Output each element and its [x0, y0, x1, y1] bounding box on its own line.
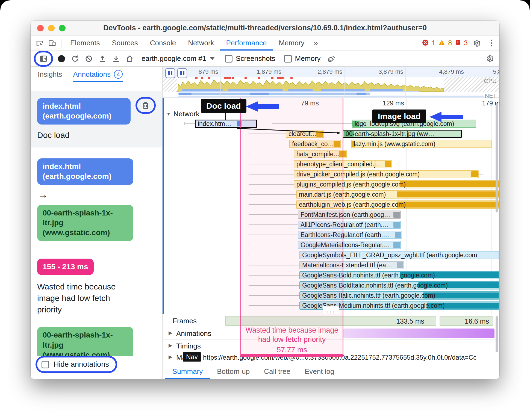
- tracks-scrollbar[interactable]: [496, 315, 498, 357]
- request-label: hats_compile…: [296, 150, 340, 158]
- animations-track[interactable]: ▶ Animations: [163, 327, 499, 340]
- upload-profile-icon[interactable]: [96, 52, 109, 65]
- toggle-sidebar-icon[interactable]: [37, 52, 50, 65]
- frame-bar[interactable]: 133.5 ms: [225, 316, 436, 326]
- window-title: DevTools - earth.google.com/static/multi…: [103, 24, 427, 32]
- status-badges: 1 8 3: [422, 36, 497, 51]
- network-request-bar[interactable]: GoogleMaterialIcons-Regular.…: [298, 241, 401, 249]
- bottom-tab-summary[interactable]: Summary: [165, 364, 210, 379]
- expand-triangle-icon[interactable]: ▶: [169, 330, 172, 336]
- annotation-entry-doc-load[interactable]: index.html (earth.google.com) Doc load: [31, 91, 162, 147]
- annotation-pill-splash-image[interactable]: 00-earth-splash-1x-ltr.jpg (www.gstatic.…: [37, 327, 133, 356]
- garbage-collect-icon[interactable]: [325, 52, 338, 65]
- warning-icon[interactable]: [438, 39, 445, 47]
- bottom-tab-bottom-up[interactable]: Bottom-up: [210, 364, 257, 379]
- bottom-tab-strip: SummaryBottom-upCall treeEvent log: [163, 364, 499, 379]
- frames-track[interactable]: Frames 133.5 ms16.6 ms: [163, 315, 499, 327]
- annotation-entry-image-load[interactable]: 00-earth-splash-1x-ltr.jpg (www.gstatic.…: [37, 327, 156, 356]
- delete-annotation-button[interactable]: [140, 100, 151, 111]
- network-request-bar[interactable]: 00-earth-splash-1x-ltr.jpg (ww…: [343, 130, 462, 138]
- network-request-bar[interactable]: drive_picker_compiled.js (earth.google.c…: [294, 170, 479, 178]
- window-titlebar[interactable]: DevTools - earth.google.com/static/multi…: [31, 21, 499, 36]
- network-request-bar[interactable]: phenotype_client_compiled.j…: [294, 160, 392, 168]
- tab-console[interactable]: Console: [144, 36, 182, 51]
- minimize-window-icon[interactable]: [48, 25, 55, 31]
- network-request-bar[interactable]: lazy.min.js (www.gstatic.com): [351, 140, 492, 148]
- tab-sources[interactable]: Sources: [106, 36, 144, 51]
- memory-checkbox[interactable]: [284, 55, 292, 63]
- tab-elements[interactable]: Elements: [64, 36, 106, 51]
- frame-bar[interactable]: 16.6 ms: [440, 316, 493, 326]
- scrollbar-thumb[interactable]: [496, 103, 498, 212]
- network-request-bar[interactable]: earthplugin_web.js (earth.google.com): [296, 200, 499, 209]
- inspect-icon[interactable]: [33, 37, 46, 49]
- home-icon[interactable]: [123, 52, 136, 65]
- network-request-bar[interactable]: clearcut…: [286, 130, 324, 138]
- timings-track[interactable]: ▶ Timings: [163, 340, 499, 351]
- scrollbar-thumb[interactable]: [496, 316, 498, 352]
- network-request-bar[interactable]: main.dart.js (earth.google.com): [296, 190, 499, 199]
- error-count: 1: [432, 39, 435, 47]
- tab-memory[interactable]: Memory: [273, 36, 310, 51]
- network-request-bar[interactable]: index.htm…: [195, 120, 257, 128]
- screenshots-checkbox[interactable]: [225, 55, 232, 63]
- doc-load-annotation-label[interactable]: Doc load: [201, 99, 246, 113]
- memory-toggle[interactable]: Memory: [284, 54, 321, 63]
- settings-gear-icon[interactable]: [470, 37, 483, 49]
- image-load-annotation-label[interactable]: Image load: [372, 110, 426, 123]
- waterfall-overflow-indicator[interactable]: ...: [323, 306, 339, 313]
- bottom-tab-event-log[interactable]: Event log: [298, 364, 341, 379]
- waterfall-scrollbar[interactable]: [496, 102, 498, 312]
- expand-triangle-icon[interactable]: ▶: [169, 354, 172, 360]
- error-icon[interactable]: [422, 39, 429, 47]
- network-request-bar[interactable]: MaterialIcons-Extended.ttf (ea…: [299, 261, 404, 269]
- tutorial-highlight-ring: Hide annotations: [36, 356, 117, 373]
- issues-icon[interactable]: [455, 39, 461, 47]
- annotation-pill-time-range[interactable]: 155 - 213 ms: [37, 259, 94, 275]
- download-profile-icon[interactable]: [110, 52, 122, 65]
- network-request-bar[interactable]: GoogleSans-Italic.nohints.ttf (earth.goo…: [299, 291, 499, 300]
- annotation-entry-time-range[interactable]: 155 - 213 ms Wasted time because image h…: [37, 259, 156, 315]
- expand-triangle-icon[interactable]: ▶: [169, 342, 172, 348]
- kebab-menu-icon[interactable]: [486, 37, 497, 49]
- pause-button[interactable]: [165, 68, 175, 78]
- tab-network[interactable]: Network: [182, 36, 220, 51]
- network-request-bar[interactable]: EarthIcons-Regular.otf (earth.…: [298, 231, 402, 239]
- network-request-bar[interactable]: GoogleSans-Bold.nohints.ttf (earth.googl…: [299, 271, 499, 279]
- animation-bar[interactable]: [343, 329, 494, 338]
- close-window-icon[interactable]: [37, 25, 44, 31]
- request-tail-line: [479, 174, 483, 174]
- network-request-bar[interactable]: plugins_compiled.js (earth.google.com): [294, 180, 499, 188]
- zoom-window-icon[interactable]: [59, 25, 66, 31]
- performance-toolbar: earth.google.com #1 Screenshots Memory: [31, 51, 499, 67]
- network-request-bar[interactable]: GoogleSymbols_FILL_GRAD_opsz_wght.ttf (e…: [299, 251, 499, 259]
- target-selector-value: earth.google.com #1: [142, 54, 206, 63]
- capture-settings-gear-icon[interactable]: [484, 52, 496, 65]
- network-request-bar[interactable]: GoogleSans-BoldItalic.nohints.ttf (earth…: [299, 281, 499, 289]
- network-request-bar[interactable]: hats_compile…: [294, 150, 347, 158]
- annotation-pill-index-html[interactable]: index.html (earth.google.com): [37, 158, 133, 185]
- target-selector[interactable]: earth.google.com #1: [142, 54, 214, 63]
- bottom-tab-call-tree[interactable]: Call tree: [257, 364, 298, 379]
- network-request-bar[interactable]: feedback_co…: [289, 140, 341, 148]
- tab-performance[interactable]: Performance: [220, 36, 273, 51]
- annotation-pill-splash-image[interactable]: 00-earth-splash-1x-ltr.jpg (www.gstatic.…: [37, 205, 133, 241]
- screenshots-toggle[interactable]: Screenshots: [225, 54, 275, 63]
- more-tabs-chevron[interactable]: »: [310, 36, 321, 51]
- clear-recording-icon[interactable]: [83, 52, 95, 65]
- network-request-bar[interactable]: All1PIcons-Regular.otf (earth.…: [298, 221, 401, 229]
- tab-annotations[interactable]: Annotations 4: [73, 67, 123, 82]
- request-active-segment: [393, 242, 400, 248]
- tab-insights[interactable]: Insights: [38, 67, 62, 82]
- timeline-overview[interactable]: 879 ms1,879 ms2,879 ms3,879 ms4,879 ms5,…: [163, 67, 499, 98]
- pause-button[interactable]: [177, 68, 187, 78]
- device-toolbar-icon[interactable]: [46, 37, 58, 49]
- hide-annotations-checkbox[interactable]: [42, 361, 49, 368]
- animations-track-label: Animations: [176, 329, 211, 338]
- network-request-bar[interactable]: FontManifest.json (earth.goog…: [298, 211, 401, 219]
- annotation-entry-link[interactable]: index.html (earth.google.com) → 00-earth…: [37, 158, 156, 241]
- annotation-pill-index-html[interactable]: index.html (earth.google.com): [37, 98, 131, 125]
- record-icon[interactable]: [55, 52, 68, 65]
- reload-record-icon[interactable]: [69, 52, 81, 65]
- main-thread-track[interactable]: ▶ Main Nav https://earth.google.com/web/…: [163, 351, 499, 362]
